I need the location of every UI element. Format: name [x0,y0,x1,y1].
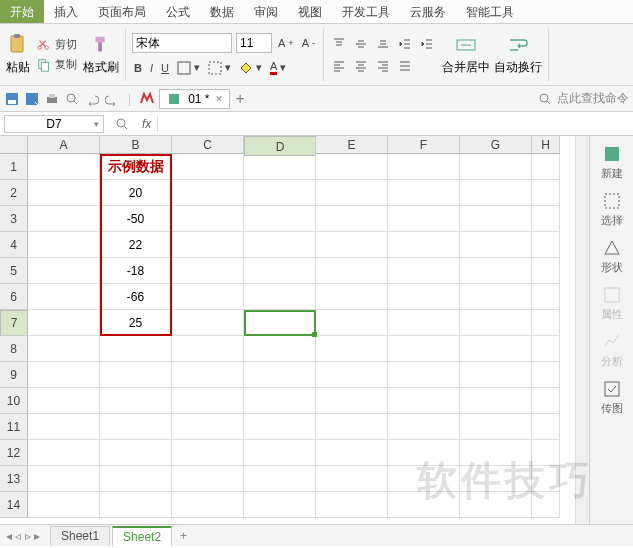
cell-E12[interactable] [316,440,388,466]
cell-G8[interactable] [460,336,532,362]
cell-F8[interactable] [388,336,460,362]
cell-E10[interactable] [316,388,388,414]
cell-E9[interactable] [316,362,388,388]
cell-B2[interactable]: 20 [100,180,172,206]
cell-G2[interactable] [460,180,532,206]
cell-D1[interactable] [244,154,316,180]
cell-D13[interactable] [244,466,316,492]
sidepanel-新建[interactable]: 新建 [601,144,623,181]
merge-center-button[interactable]: 合并居中 [442,33,490,76]
row-header-2[interactable]: 2 [0,180,28,206]
cell-B7[interactable]: 25 [100,310,172,336]
cell-A4[interactable] [28,232,100,258]
cell-D3[interactable] [244,206,316,232]
row-header-10[interactable]: 10 [0,388,28,414]
cell-style-button[interactable]: ▾ [206,60,233,76]
col-header-H[interactable]: H [532,136,560,154]
col-header-C[interactable]: C [172,136,244,154]
cell-D4[interactable] [244,232,316,258]
cell-D5[interactable] [244,258,316,284]
cell-G10[interactable] [460,388,532,414]
cell-F14[interactable] [388,492,460,518]
col-header-D[interactable]: D [244,136,316,156]
zoom-icon[interactable] [114,116,130,132]
cell-E4[interactable] [316,232,388,258]
cell-G1[interactable] [460,154,532,180]
save-icon[interactable] [4,91,20,107]
cell-E8[interactable] [316,336,388,362]
row-header-8[interactable]: 8 [0,336,28,362]
undo-icon[interactable] [84,91,100,107]
search-hint[interactable]: 点此查找命令 [557,90,629,107]
cell-C6[interactable] [172,284,244,310]
cell-H12[interactable] [532,440,560,466]
row-header-11[interactable]: 11 [0,414,28,440]
ribbon-tab-4[interactable]: 数据 [200,0,244,23]
cell-D6[interactable] [244,284,316,310]
print-icon[interactable] [44,91,60,107]
select-all-corner[interactable] [0,136,28,154]
sidepanel-选择[interactable]: 选择 [601,191,623,228]
cell-B10[interactable] [100,388,172,414]
indent-increase-button[interactable] [418,36,436,52]
cell-C1[interactable] [172,154,244,180]
cell-B12[interactable] [100,440,172,466]
align-right-button[interactable] [374,58,392,74]
row-header-14[interactable]: 14 [0,492,28,518]
cell-F11[interactable] [388,414,460,440]
ribbon-tab-0[interactable]: 开始 [0,0,44,23]
cell-F7[interactable] [388,310,460,336]
cell-C2[interactable] [172,180,244,206]
cell-H3[interactable] [532,206,560,232]
cell-H10[interactable] [532,388,560,414]
row-header-7[interactable]: 7 [0,310,28,336]
save-as-icon[interactable] [24,91,40,107]
spreadsheet-grid[interactable]: ABCDEFGH 1234567891011121314 示例数据20-5022… [0,136,575,524]
cell-G6[interactable] [460,284,532,310]
cell-E2[interactable] [316,180,388,206]
cell-G12[interactable] [460,440,532,466]
redo-icon[interactable] [104,91,120,107]
cell-G7[interactable] [460,310,532,336]
cell-C13[interactable] [172,466,244,492]
cell-B14[interactable] [100,492,172,518]
cell-G14[interactable] [460,492,532,518]
cell-B3[interactable]: -50 [100,206,172,232]
wrap-text-button[interactable]: 自动换行 [494,33,542,76]
paste-button[interactable]: 粘贴 [6,33,30,76]
format-painter-button[interactable]: 格式刷 [83,33,119,76]
sheet-tab-Sheet1[interactable]: Sheet1 [50,526,110,546]
cell-A10[interactable] [28,388,100,414]
cell-C3[interactable] [172,206,244,232]
cell-G5[interactable] [460,258,532,284]
italic-button[interactable]: I [148,61,155,75]
cell-F9[interactable] [388,362,460,388]
align-top-button[interactable] [330,36,348,52]
cell-H4[interactable] [532,232,560,258]
sheet-nav-arrows[interactable]: ◂ ◃ ▹ ▸ [6,529,40,543]
cell-A13[interactable] [28,466,100,492]
row-header-6[interactable]: 6 [0,284,28,310]
cell-A6[interactable] [28,284,100,310]
cell-E6[interactable] [316,284,388,310]
cell-C11[interactable] [172,414,244,440]
close-icon[interactable]: × [215,92,222,106]
cell-H9[interactable] [532,362,560,388]
cell-D7[interactable] [244,310,316,336]
name-box[interactable]: D7 [4,115,104,133]
cell-C12[interactable] [172,440,244,466]
cell-G11[interactable] [460,414,532,440]
cell-C14[interactable] [172,492,244,518]
search-icon[interactable] [537,91,553,107]
row-header-3[interactable]: 3 [0,206,28,232]
cell-A1[interactable] [28,154,100,180]
row-header-12[interactable]: 12 [0,440,28,466]
cell-B1[interactable]: 示例数据 [100,154,172,180]
underline-button[interactable]: U [159,61,171,75]
cell-C5[interactable] [172,258,244,284]
cell-E14[interactable] [316,492,388,518]
align-center-button[interactable] [352,58,370,74]
ribbon-tab-6[interactable]: 视图 [288,0,332,23]
cell-A8[interactable] [28,336,100,362]
font-color-button[interactable]: A▾ [268,59,288,76]
